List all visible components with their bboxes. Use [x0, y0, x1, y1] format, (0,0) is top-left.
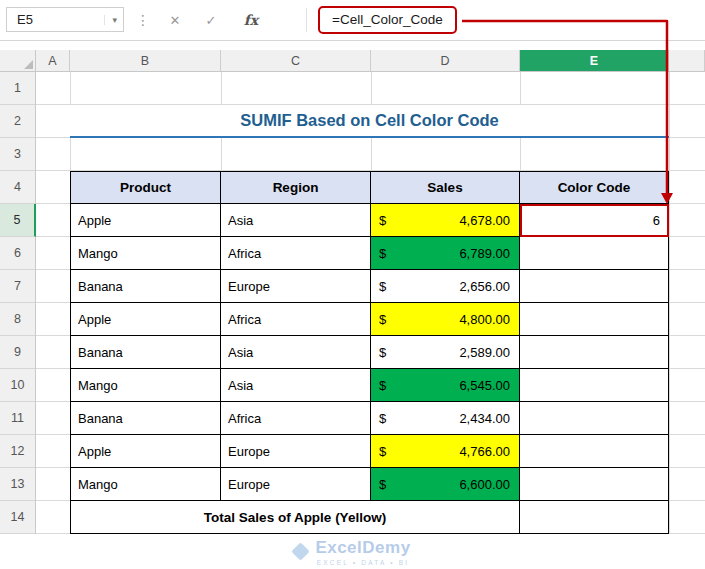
currency-symbol: $ — [379, 246, 386, 261]
sales-amount: 6,600.00 — [459, 477, 510, 492]
currency-symbol: $ — [379, 378, 386, 393]
cell-product[interactable]: Apple — [70, 303, 221, 336]
currency-symbol: $ — [379, 477, 386, 492]
currency-symbol: $ — [379, 345, 386, 360]
row-header-7[interactable]: 7 — [0, 270, 36, 303]
cell-sales[interactable]: $ 6,789.00 — [371, 237, 520, 270]
row-header-4[interactable]: 4 — [0, 171, 36, 204]
cell-region[interactable]: Europe — [221, 435, 371, 468]
cell-sales[interactable]: $ 2,589.00 — [371, 336, 520, 369]
cell-sales[interactable]: $ 2,434.00 — [371, 402, 520, 435]
cell-color-code[interactable] — [520, 303, 669, 336]
cell-region[interactable]: Europe — [221, 468, 371, 501]
sales-amount: 4,678.00 — [459, 213, 510, 228]
sheet-title[interactable]: SUMIF Based on Cell Color Code — [70, 105, 669, 138]
cell-product[interactable]: Apple — [70, 435, 221, 468]
row-header-12[interactable]: 12 — [0, 435, 36, 468]
cell-region[interactable]: Asia — [221, 204, 371, 237]
row-header-10[interactable]: 10 — [0, 369, 36, 402]
cell-sales[interactable]: $ 6,600.00 — [371, 468, 520, 501]
header-cell-color-code[interactable]: Color Code — [520, 171, 669, 204]
formula-input[interactable]: =Cell_Color_Code — [318, 6, 457, 34]
currency-symbol: $ — [379, 444, 386, 459]
sales-amount: 6,545.00 — [459, 378, 510, 393]
enter-icon[interactable]: ✓ — [198, 8, 224, 32]
insert-function-icon[interactable]: fx — [238, 8, 264, 32]
header-cell-sales[interactable]: Sales — [371, 171, 520, 204]
formula-bar: E5 ▾ ⋮ ✕ ✓ fx =Cell_Color_Code — [0, 0, 705, 41]
cell-total-result[interactable] — [520, 501, 669, 534]
select-all-corner[interactable] — [0, 50, 36, 72]
row-header-11[interactable]: 11 — [0, 402, 36, 435]
column-headers: A B C D E — [36, 50, 705, 72]
cell-e5-selected[interactable]: 6 — [520, 204, 669, 237]
cell-product[interactable]: Apple — [70, 204, 221, 237]
cell-sales[interactable]: $ 4,678.00 — [371, 204, 520, 237]
cell-region[interactable]: Africa — [221, 237, 371, 270]
cell-product[interactable]: Mango — [70, 369, 221, 402]
header-cell-region[interactable]: Region — [221, 171, 371, 204]
currency-symbol: $ — [379, 279, 386, 294]
name-box-value: E5 — [17, 12, 33, 27]
cell-product[interactable]: Banana — [70, 402, 221, 435]
watermark: ExcelDemy EXCEL • DATA • BI — [0, 534, 705, 569]
cell-color-code[interactable] — [520, 435, 669, 468]
cell-sales[interactable]: $ 4,766.00 — [371, 435, 520, 468]
column-header-b[interactable]: B — [70, 50, 221, 72]
cell-product[interactable]: Banana — [70, 336, 221, 369]
cell-region[interactable]: Africa — [221, 303, 371, 336]
header-cell-product[interactable]: Product — [70, 171, 221, 204]
sheet-grid: SUMIF Based on Cell Color Code Product R… — [36, 72, 705, 534]
row-header-3[interactable]: 3 — [0, 138, 36, 171]
column-header-a[interactable]: A — [36, 50, 70, 72]
cell-color-code[interactable] — [520, 237, 669, 270]
sales-amount: 4,800.00 — [459, 312, 510, 327]
row-header-1[interactable]: 1 — [0, 72, 36, 105]
row-header-6[interactable]: 6 — [0, 237, 36, 270]
watermark-name: ExcelDemy — [315, 538, 410, 558]
column-header-d[interactable]: D — [371, 50, 520, 72]
sales-amount: 2,434.00 — [459, 411, 510, 426]
row-header-13[interactable]: 13 — [0, 468, 36, 501]
row-headers: 1 2 3 4 5 6 7 8 9 10 11 12 13 14 — [0, 72, 36, 534]
column-header-c[interactable]: C — [221, 50, 371, 72]
cell-region[interactable]: Asia — [221, 336, 371, 369]
formula-bar-divider — [306, 8, 307, 32]
name-box-dropdown-icon: ▾ — [104, 15, 117, 25]
watermark-tagline: EXCEL • DATA • BI — [317, 559, 409, 566]
row-header-8[interactable]: 8 — [0, 303, 36, 336]
currency-symbol: $ — [379, 312, 386, 327]
total-label-cell[interactable]: Total Sales of Apple (Yellow) — [70, 501, 520, 534]
column-header-e-selected[interactable]: E — [520, 50, 669, 72]
cell-color-code[interactable] — [520, 336, 669, 369]
cell-color-code[interactable] — [520, 369, 669, 402]
cancel-icon[interactable]: ✕ — [162, 8, 188, 32]
cell-sales[interactable]: $ 2,656.00 — [371, 270, 520, 303]
cell-color-code[interactable] — [520, 402, 669, 435]
cell-region[interactable]: Europe — [221, 270, 371, 303]
cell-sales[interactable]: $ 6,545.00 — [371, 369, 520, 402]
cell-product[interactable]: Mango — [70, 468, 221, 501]
cell-region[interactable]: Asia — [221, 369, 371, 402]
more-options-icon: ⋮ — [136, 11, 150, 29]
sales-amount: 2,656.00 — [459, 279, 510, 294]
cell-region[interactable]: Africa — [221, 402, 371, 435]
watermark-logo-icon — [292, 542, 310, 560]
currency-symbol: $ — [379, 213, 386, 228]
cell-product[interactable]: Banana — [70, 270, 221, 303]
name-box[interactable]: E5 ▾ — [6, 7, 124, 32]
row-header-5-selected[interactable]: 5 — [0, 204, 36, 237]
row-header-2[interactable]: 2 — [0, 105, 36, 138]
column-header-partial — [669, 50, 705, 72]
currency-symbol: $ — [379, 411, 386, 426]
row-header-9[interactable]: 9 — [0, 336, 36, 369]
row-header-14[interactable]: 14 — [0, 501, 36, 534]
sales-amount: 4,766.00 — [459, 444, 510, 459]
gridline — [669, 72, 670, 534]
sales-amount: 6,789.00 — [459, 246, 510, 261]
sales-amount: 2,589.00 — [459, 345, 510, 360]
cell-product[interactable]: Mango — [70, 237, 221, 270]
cell-color-code[interactable] — [520, 468, 669, 501]
cell-color-code[interactable] — [520, 270, 669, 303]
cell-sales[interactable]: $ 4,800.00 — [371, 303, 520, 336]
